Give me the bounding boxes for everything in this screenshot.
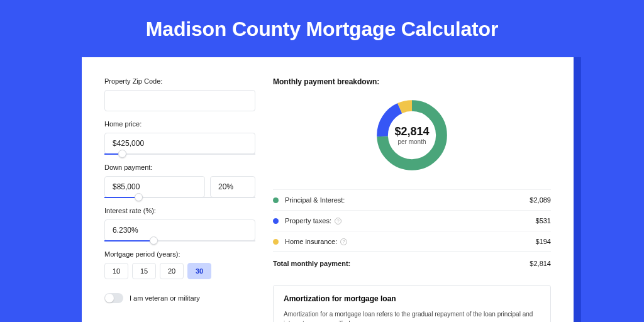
veteran-toggle[interactable] — [104, 293, 123, 303]
donut-sub: per month — [397, 138, 426, 145]
breakdown-row-taxes: Property taxes:? $531 — [273, 210, 551, 231]
home-price-slider-thumb[interactable] — [118, 150, 126, 158]
home-price-slider-fill — [104, 153, 118, 155]
breakdown-total-row: Total monthly payment: $2,814 — [273, 252, 551, 275]
veteran-toggle-knob — [105, 294, 114, 303]
dot-icon — [273, 218, 279, 224]
interest-rate-field: Interest rate (%): — [104, 207, 255, 242]
amortization-box: Amortization for mortgage loan Amortizat… — [273, 285, 551, 322]
total-value: $2,814 — [530, 260, 551, 267]
breakdown-label: Property taxes:? — [285, 217, 536, 225]
zip-field: Property Zip Code: — [104, 77, 255, 111]
help-icon[interactable]: ? — [335, 218, 341, 225]
home-price-field: Home price: — [104, 120, 255, 155]
period-btn-20[interactable]: 20 — [160, 263, 184, 279]
down-payment-pct-input[interactable] — [210, 176, 255, 197]
zip-label: Property Zip Code: — [104, 77, 255, 85]
dot-icon — [273, 239, 279, 245]
breakdown-row-insurance: Home insurance:? $194 — [273, 231, 551, 252]
home-price-input[interactable] — [104, 133, 255, 154]
donut-chart-wrap: $2,814 per month — [273, 96, 551, 174]
period-label: Mortgage period (years): — [104, 250, 255, 258]
interest-rate-slider[interactable] — [104, 240, 255, 242]
interest-rate-slider-fill — [104, 240, 150, 242]
amortization-text: Amortization for a mortgage loan refers … — [284, 309, 540, 322]
home-price-slider[interactable] — [104, 153, 255, 155]
veteran-toggle-row: I am veteran or military — [104, 293, 255, 303]
breakdown-label: Principal & Interest: — [285, 196, 530, 204]
breakdown-value: $2,089 — [530, 196, 551, 204]
down-payment-field: Down payment: — [104, 164, 255, 198]
breakdown-title: Monthly payment breakdown: — [273, 77, 551, 86]
page-title: Madison County Mortgage Calculator — [0, 0, 644, 57]
period-field: Mortgage period (years): 10 15 20 30 — [104, 250, 255, 279]
card-shadow: Property Zip Code: Home price: Down paym… — [82, 57, 581, 322]
down-payment-slider[interactable] — [104, 197, 255, 198]
veteran-label: I am veteran or military — [130, 294, 200, 302]
breakdown-value: $194 — [536, 238, 551, 245]
total-label: Total monthly payment: — [273, 260, 530, 267]
calculator-card: Property Zip Code: Home price: Down paym… — [82, 57, 574, 322]
breakdown-column: Monthly payment breakdown: $2,814 per mo… — [273, 77, 551, 322]
help-icon[interactable]: ? — [340, 238, 347, 245]
interest-rate-label: Interest rate (%): — [104, 207, 255, 214]
down-payment-slider-fill — [104, 197, 135, 198]
period-btn-30[interactable]: 30 — [187, 263, 211, 279]
amortization-title: Amortization for mortgage loan — [284, 294, 540, 303]
form-column: Property Zip Code: Home price: Down paym… — [104, 77, 255, 322]
interest-rate-slider-thumb[interactable] — [150, 236, 158, 245]
zip-input[interactable] — [104, 90, 255, 111]
period-buttons: 10 15 20 30 — [104, 263, 255, 279]
breakdown-value: $531 — [536, 217, 551, 225]
breakdown-label: Home insurance:? — [285, 238, 536, 245]
down-payment-input[interactable] — [104, 176, 205, 197]
breakdown-row-principal: Principal & Interest: $2,089 — [273, 189, 551, 210]
donut-chart: $2,814 per month — [373, 96, 451, 174]
period-btn-10[interactable]: 10 — [104, 263, 128, 279]
interest-rate-input[interactable] — [104, 219, 255, 241]
donut-center: $2,814 per month — [373, 96, 451, 174]
dot-icon — [273, 197, 279, 203]
down-payment-label: Down payment: — [104, 164, 255, 171]
period-btn-15[interactable]: 15 — [132, 263, 156, 279]
donut-amount: $2,814 — [394, 125, 429, 138]
home-price-label: Home price: — [104, 120, 255, 128]
down-payment-slider-thumb[interactable] — [135, 193, 143, 201]
